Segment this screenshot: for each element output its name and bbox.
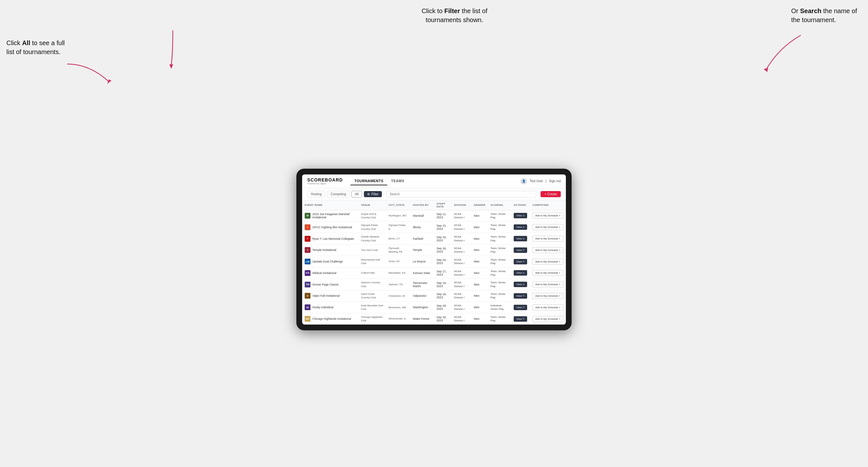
table-row: I OFCC Fighting Illini Invitational Olym…	[302, 221, 566, 233]
venue-cell-0: Guyan Golf & Country Club	[359, 210, 386, 221]
view-button-7[interactable]: View ⊙	[514, 293, 527, 299]
logo-text: SCOREBOARD	[307, 177, 343, 182]
city-cell-8: Bremerton, WA	[386, 302, 410, 313]
competing-cell-2: Add to My Schedule +	[530, 233, 566, 245]
nav-tab-tournaments[interactable]: TOURNAMENTS	[350, 177, 387, 185]
team-logo-3: T	[305, 247, 310, 253]
actions-cell-1: View ⊙	[511, 221, 530, 233]
add-to-schedule-button-5[interactable]: Add to My Schedule +	[532, 270, 563, 276]
city-cell-7: Chesterton, IN	[386, 290, 410, 302]
nav-tabs: TOURNAMENTS TEAMS	[350, 177, 520, 185]
view-button-5[interactable]: View ⊙	[514, 270, 527, 276]
view-button-0[interactable]: View ⊙	[514, 213, 527, 218]
team-logo-8: W	[305, 304, 310, 310]
add-to-schedule-button-2[interactable]: Add to My Schedule +	[532, 236, 563, 242]
gender-cell-1: Men	[471, 221, 488, 233]
search-box	[386, 191, 536, 197]
col-gender: GENDER	[471, 200, 488, 210]
table-row: T Temple Invitational The 1912 Club Plym…	[302, 244, 566, 256]
hosted-by-cell-0: Marshall	[410, 210, 434, 221]
event-name-0: 2023 Joe Feaganes Marshall Invitational	[312, 213, 356, 219]
event-name-cell-0: M 2023 Joe Feaganes Marshall Invitationa…	[302, 210, 359, 221]
view-button-3[interactable]: View ⊙	[514, 247, 527, 253]
team-logo-7: V	[305, 293, 310, 299]
add-to-schedule-button-6[interactable]: Add to My Schedule +	[532, 281, 563, 287]
scoring-cell-1: Team, Stroke Play	[488, 221, 512, 233]
event-name-cell-8: W Husky Individual	[302, 302, 359, 313]
city-cell-6: Jackson, TN	[386, 279, 410, 290]
view-button-6[interactable]: View ⊙	[514, 282, 527, 287]
start-date-cell-2: Sep 16, 2023	[434, 233, 452, 245]
annotation-top-right: Or Search the name of the tournament.	[791, 6, 862, 24]
event-name-cell-2: F Ryan T. Lee Memorial Collegiate	[302, 233, 359, 245]
venue-cell-7: Sand Creek Country Club	[359, 290, 386, 302]
event-name-8: Husky Individual	[312, 306, 334, 309]
add-to-schedule-button-1[interactable]: Add to My Schedule +	[532, 224, 563, 230]
event-name-2: Ryan T. Lee Memorial Collegiate	[312, 237, 354, 240]
filter-button[interactable]: ⚙ Filter	[364, 191, 381, 197]
add-to-schedule-button-3[interactable]: Add to My Schedule +	[532, 247, 563, 253]
table-row: V Valpo Fall Invitational Sand Creek Cou…	[302, 290, 566, 302]
gender-cell-6: Men	[471, 279, 488, 290]
team-logo-9: WF	[305, 316, 310, 322]
view-button-8[interactable]: View ⊙	[514, 305, 527, 310]
add-to-schedule-button-7[interactable]: Add to My Schedule +	[532, 293, 563, 299]
competing-cell-6: Add to My Schedule +	[530, 279, 566, 290]
search-input[interactable]	[386, 191, 536, 197]
division-cell-7: NCAA Division I	[452, 290, 471, 302]
division-cell-5: NCAA Division I	[452, 267, 471, 279]
nav-tab-teams[interactable]: TEAMS	[387, 177, 408, 185]
start-date-cell-5: Sep 17, 2023	[434, 267, 452, 279]
gender-cell-7: Men	[471, 290, 488, 302]
hosting-tab[interactable]: Hosting	[307, 191, 325, 197]
col-scoring: SCORING	[488, 200, 512, 210]
competing-cell-5: Add to My Schedule +	[530, 267, 566, 279]
start-date-cell-9: Sep 18, 2023	[434, 313, 452, 324]
event-name-cell-3: T Temple Invitational	[302, 244, 359, 256]
actions-cell-7: View ⊙	[511, 290, 530, 302]
hosted-by-cell-8: Washington	[410, 302, 434, 313]
city-cell-4: Victor, NY	[386, 256, 410, 267]
view-button-2[interactable]: View ⊙	[514, 236, 527, 241]
scoring-cell-4: Team, Stroke Play	[488, 256, 512, 267]
add-to-schedule-button-0[interactable]: Add to My Schedule +	[532, 213, 563, 219]
tournament-table: EVENT NAME VENUE CITY, STATE HOSTED BY S…	[302, 200, 566, 325]
table-row: W Husky Individual Gold Mountain Golf Cl…	[302, 302, 566, 313]
venue-cell-6: Jackson Country Club	[359, 279, 386, 290]
scoring-cell-3: Team, Stroke Play	[488, 244, 512, 256]
actions-cell-6: View ⊙	[511, 279, 530, 290]
add-to-schedule-button-8[interactable]: Add to My Schedule +	[532, 304, 563, 310]
competing-cell-7: Add to My Schedule +	[530, 290, 566, 302]
competing-cell-0: Add to My Schedule +	[530, 210, 566, 221]
gender-cell-5: Men	[471, 267, 488, 279]
view-button-9[interactable]: View ⊙	[514, 316, 527, 322]
sign-out-link[interactable]: Sign out	[549, 179, 561, 183]
scoring-cell-8: Individual, Stroke Play	[488, 302, 512, 313]
city-cell-1: Olympia Fields, IL	[386, 221, 410, 233]
competing-tab[interactable]: Competing	[327, 191, 349, 197]
view-button-1[interactable]: View ⊙	[514, 224, 527, 230]
logo-sub: Powered by clipp'd	[307, 182, 343, 185]
create-button[interactable]: + Create	[540, 191, 561, 197]
city-cell-9: Westchester, IL	[386, 313, 410, 324]
event-name-3: Temple Invitational	[312, 248, 336, 252]
add-to-schedule-button-9[interactable]: Add to My Schedule +	[532, 316, 563, 322]
annotation-left: Click All to see a full list of tourname…	[6, 38, 70, 56]
filter-icon: ⚙	[367, 192, 370, 196]
start-date-cell-0: Sep 11, 2023	[434, 210, 452, 221]
team-logo-2: F	[305, 236, 310, 242]
division-cell-2: NCAA Division I	[452, 233, 471, 245]
start-date-cell-4: Sep 16, 2023	[434, 256, 452, 267]
division-cell-4: NCAA Division I	[452, 256, 471, 267]
competing-cell-4: Add to My Schedule +	[530, 256, 566, 267]
actions-cell-0: View ⊙	[511, 210, 530, 221]
event-name-cell-6: TM Grover Page Classic	[302, 279, 359, 290]
col-competing: COMPETING	[530, 200, 566, 210]
team-logo-6: TM	[305, 282, 310, 287]
add-to-schedule-button-4[interactable]: Add to My Schedule +	[532, 259, 563, 265]
all-tab[interactable]: All	[351, 191, 362, 197]
competing-cell-9: Add to My Schedule +	[530, 313, 566, 324]
hosted-by-cell-1: Illinois	[410, 221, 434, 233]
event-name-1: OFCC Fighting Illini Invitational	[312, 226, 352, 229]
view-button-4[interactable]: View ⊙	[514, 259, 527, 264]
